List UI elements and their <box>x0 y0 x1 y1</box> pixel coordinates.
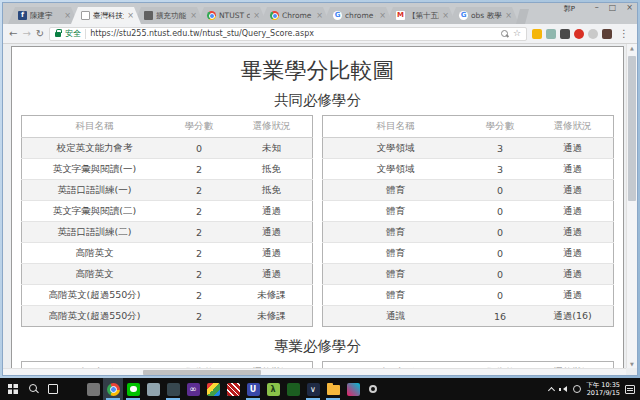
taskbar-chrome-button[interactable] <box>103 378 123 400</box>
page-body: 畢業學分比較圖 共同必修學分 科目名稱學分數選修狀況校定英文能力會考0未知英文字… <box>11 46 624 375</box>
table-row: 高階英文2通過 <box>22 264 313 285</box>
table-cell: 通過 <box>532 285 613 306</box>
tab-label: chrome exte <box>345 11 376 20</box>
close-button[interactable]: × <box>626 3 633 13</box>
taskbar-shapes-app-button[interactable] <box>343 378 363 400</box>
table-row: 文學領域3通過 <box>323 138 614 159</box>
brown-extension-icon[interactable] <box>602 29 612 39</box>
vertical-scrollbar[interactable]: ▲ ▼ <box>626 44 637 368</box>
scroll-up-arrow-icon[interactable]: ▲ <box>627 45 637 51</box>
profile-label[interactable]: 郭P <box>564 4 575 14</box>
scroll-down-arrow-icon[interactable]: ▼ <box>627 361 637 367</box>
table-cell: 通過 <box>231 201 312 222</box>
settings-icon <box>369 385 377 393</box>
taskbar-photo-app-button[interactable] <box>143 378 163 400</box>
tab-close-icon[interactable]: × <box>127 12 134 20</box>
tab-label: NTUST credi <box>219 11 250 20</box>
vertical-scroll-thumb[interactable] <box>628 56 636 201</box>
yellow-extension-icon[interactable] <box>532 29 542 39</box>
teal-extension-icon[interactable] <box>546 29 556 39</box>
table-cell: 體育 <box>323 222 469 243</box>
tab-close-icon[interactable]: × <box>316 12 323 20</box>
common-credits-tables: 科目名稱學分數選修狀況校定英文能力會考0未知英文字彙與閱讀(一)2抵免英語口語訓… <box>12 115 623 327</box>
address-bar[interactable]: 安全 https://stu255.ntust.edu.tw/ntust_stu… <box>49 27 527 41</box>
browser-tab[interactable]: chrome exte× <box>323 7 393 24</box>
tabs-container: 陳建宇×臺灣科技大學×擴充功能×NTUST credi×Chrome 線上×ch… <box>8 7 529 24</box>
new-tab-button[interactable] <box>516 9 529 24</box>
taskbar-start-button[interactable] <box>3 378 23 400</box>
taskbar-lambda-app-button[interactable] <box>263 378 283 400</box>
taskbar-line-button[interactable] <box>123 378 143 400</box>
tab-close-icon[interactable]: × <box>442 12 449 20</box>
page-title: 畢業學分比較圖 <box>12 56 623 86</box>
google-favicon-icon <box>459 11 468 20</box>
taskbar-clock[interactable]: 下午 10:35 2017/9/15 <box>586 381 620 398</box>
tab-label: obs 教學 - G <box>471 11 502 21</box>
table-cell: 2 <box>167 306 231 327</box>
table-cell: 未修課 <box>231 306 312 327</box>
bookmark-star-icon[interactable]: ☆ <box>513 29 521 38</box>
table-row: 體育0通過 <box>323 222 614 243</box>
maximize-button[interactable]: □ <box>609 3 617 13</box>
horizontal-scroll-thumb[interactable] <box>143 370 261 375</box>
taskbar-arrow-app-button[interactable] <box>303 378 323 400</box>
browser-tab[interactable]: 臺灣科技大學× <box>71 7 141 24</box>
table-cell: 通過 <box>532 264 613 285</box>
table-cell: 未知 <box>231 138 312 159</box>
taskbar-disk-app-button[interactable] <box>163 378 183 400</box>
action-center-icon[interactable] <box>625 385 635 394</box>
security-label: 安全 <box>65 28 81 39</box>
tab-close-icon[interactable]: × <box>190 12 197 20</box>
common-credits-right-table: 科目名稱學分數選修狀況文學領域3通過文學領域3通過體育0通過體育0通過體育0通過… <box>322 115 614 327</box>
lock-icon <box>55 32 61 37</box>
tab-close-icon[interactable]: × <box>64 12 71 20</box>
table-row: 文學領域3通過 <box>323 159 614 180</box>
volume-icon[interactable] <box>559 385 568 394</box>
browser-tab[interactable]: 擴充功能× <box>134 7 204 24</box>
taskbar-search-button[interactable] <box>23 378 43 400</box>
taskbar-settings-button[interactable] <box>363 378 383 400</box>
tray-expand-icon[interactable] <box>548 386 555 393</box>
dark-extension-icon[interactable] <box>560 29 570 39</box>
tab-close-icon[interactable]: × <box>379 12 386 20</box>
tab-close-icon[interactable]: × <box>505 12 512 20</box>
grey-extension-icon[interactable] <box>588 29 598 39</box>
taskbar-visual-studio-button[interactable] <box>183 378 203 400</box>
ime-icon[interactable] <box>573 385 581 393</box>
reload-button[interactable]: ↻ <box>36 29 44 39</box>
taskbar-parrot-app-button[interactable] <box>203 378 223 400</box>
taskbar-unity-button[interactable] <box>243 378 263 400</box>
browser-menu-icon[interactable]: ⋮ <box>617 28 631 39</box>
back-button[interactable]: ← <box>9 29 17 39</box>
table-row: 高階英文2通過 <box>22 243 313 264</box>
taskbar-edge-button[interactable] <box>63 378 83 400</box>
puzzle-favicon-icon <box>144 11 153 20</box>
line-icon <box>127 383 140 396</box>
taskbar-green-app-button[interactable] <box>283 378 303 400</box>
browser-tab[interactable]: Chrome 線上× <box>260 7 330 24</box>
zoom-icon[interactable] <box>501 30 509 38</box>
horizontal-scrollbar[interactable] <box>3 368 626 375</box>
column-header: 科目名稱 <box>323 116 469 138</box>
tab-close-icon[interactable]: × <box>253 12 260 20</box>
table-cell: 0 <box>468 285 532 306</box>
forward-button[interactable]: → <box>22 29 30 39</box>
taskbar-apps <box>3 378 383 400</box>
taskbar-task-view-button[interactable] <box>43 378 63 400</box>
url-text[interactable]: https://stu255.ntust.edu.tw/ntust_stu/Qu… <box>90 29 497 38</box>
clock-time: 下午 10:35 <box>586 381 620 389</box>
table-cell: 體育 <box>323 264 469 285</box>
browser-tab[interactable]: NTUST credi× <box>197 7 267 24</box>
taskbar-sculpture-app-button[interactable] <box>83 378 103 400</box>
taskbar-file-explorer-button[interactable] <box>323 378 343 400</box>
minimize-button[interactable]: – <box>595 3 599 13</box>
browser-tab[interactable]: 陳建宇× <box>8 7 78 24</box>
table-cell: 0 <box>468 201 532 222</box>
taskbar-red-app-button[interactable] <box>223 378 243 400</box>
disk-app-icon <box>167 383 180 396</box>
unity-icon <box>247 383 260 396</box>
red-extension-icon[interactable] <box>574 29 584 39</box>
column-header: 選修狀況 <box>532 116 613 138</box>
browser-tab[interactable]: 【第十五屆× <box>386 7 456 24</box>
browser-tab[interactable]: obs 教學 - G× <box>449 7 519 24</box>
